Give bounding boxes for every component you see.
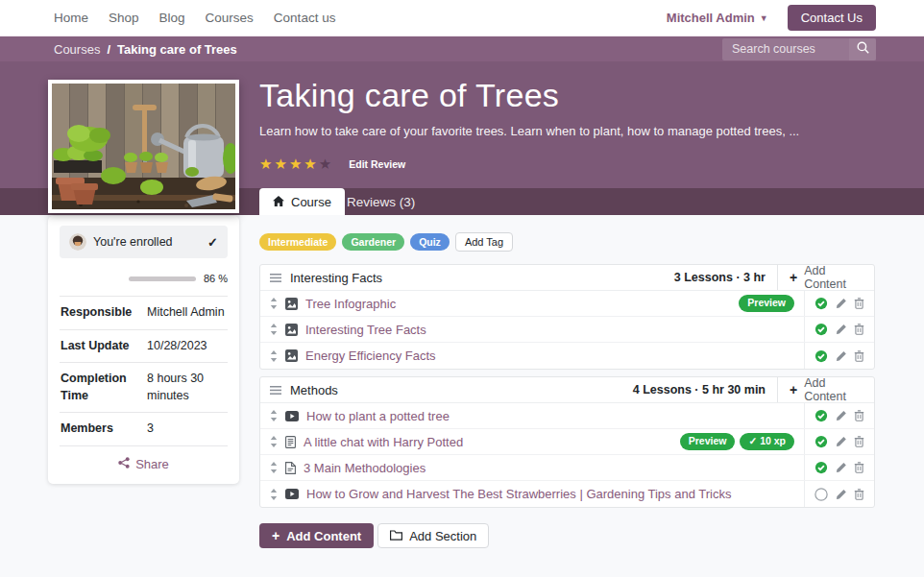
share-button[interactable]: Share xyxy=(60,445,228,484)
completed-icon[interactable] xyxy=(815,409,828,422)
delete-icon[interactable] xyxy=(854,489,864,500)
content-row: How to plant a potted tree xyxy=(260,403,874,429)
user-menu-dropdown[interactable]: Mitchell Admin ▼ xyxy=(667,11,768,25)
breadcrumb-bar: Courses / Taking care of Trees xyxy=(0,36,924,61)
course-info-card: You're enrolled ✓ 86 % Responsible Mitch… xyxy=(48,216,239,484)
delete-icon[interactable] xyxy=(854,324,864,335)
nav-item-contact-us[interactable]: Contact us xyxy=(274,11,336,25)
share-label: Share xyxy=(135,457,169,471)
edit-icon[interactable] xyxy=(836,489,847,500)
completed-icon[interactable] xyxy=(815,297,828,310)
lesson-link[interactable]: Tree Infographic xyxy=(305,297,396,311)
add-content-button[interactable]: + Add Content xyxy=(777,377,874,402)
edit-icon[interactable] xyxy=(836,462,847,473)
video-icon xyxy=(285,489,299,499)
add-tag-button[interactable]: Add Tag xyxy=(455,232,513,252)
edit-review-link[interactable]: Edit Review xyxy=(349,158,405,170)
search-input[interactable] xyxy=(722,42,849,56)
star-icon[interactable]: ★ xyxy=(304,156,316,171)
add-section-label: Add Section xyxy=(409,529,476,543)
detail-label: Responsible xyxy=(61,304,147,322)
edit-icon[interactable] xyxy=(836,410,847,421)
star-icon[interactable]: ★ xyxy=(274,156,286,171)
star-icon[interactable]: ★ xyxy=(319,156,331,171)
breadcrumb-courses-link[interactable]: Courses xyxy=(54,42,100,57)
drag-handle-icon[interactable] xyxy=(260,274,290,282)
drag-handle-icon[interactable] xyxy=(260,489,285,500)
drag-handle-icon[interactable] xyxy=(260,386,290,395)
add-content-primary-button[interactable]: + Add Content xyxy=(259,523,374,548)
completed-icon[interactable] xyxy=(815,461,828,474)
plus-icon: + xyxy=(790,383,797,397)
lesson-link[interactable]: How to plant a potted tree xyxy=(306,409,450,423)
edit-icon[interactable] xyxy=(836,298,847,309)
course-content: Interesting Facts 3 Lessons · 3 hr + Add… xyxy=(259,264,875,515)
delete-icon[interactable] xyxy=(854,298,864,309)
tab-course[interactable]: Course xyxy=(259,188,345,215)
breadcrumb-current: Taking care of Trees xyxy=(117,42,237,57)
drag-handle-icon[interactable] xyxy=(260,324,285,335)
edit-icon[interactable] xyxy=(836,436,847,447)
detail-value: 8 hours 30 minutes xyxy=(147,371,227,404)
lesson-link[interactable]: Interesting Tree Facts xyxy=(305,323,426,337)
add-section-button[interactable]: Add Section xyxy=(377,523,489,548)
course-tag[interactable]: Gardener xyxy=(342,233,404,251)
avatar xyxy=(69,233,86,251)
row-actions xyxy=(804,403,874,428)
add-content-label: Add Content xyxy=(804,376,863,403)
section-header: Methods 4 Lessons · 5 hr 30 min + Add Co… xyxy=(260,377,874,403)
row-actions xyxy=(804,291,874,316)
image-icon xyxy=(285,298,298,310)
tab-reviews[interactable]: Reviews (3) xyxy=(347,188,415,215)
search-button[interactable] xyxy=(849,38,876,60)
page-title: Taking care of Trees xyxy=(259,77,559,114)
delete-icon[interactable] xyxy=(854,436,864,447)
lesson-link[interactable]: Energy Efficiency Facts xyxy=(305,349,436,363)
delete-icon[interactable] xyxy=(854,462,864,473)
edit-icon[interactable] xyxy=(836,350,847,362)
drag-handle-icon[interactable] xyxy=(260,462,285,473)
row-right: Preview xyxy=(739,291,874,316)
nav-item-blog[interactable]: Blog xyxy=(159,11,185,25)
row-actions xyxy=(804,317,874,342)
plus-icon: + xyxy=(272,529,280,542)
delete-icon[interactable] xyxy=(854,350,864,362)
add-content-button[interactable]: + Add Content xyxy=(777,265,874,290)
edit-icon[interactable] xyxy=(836,324,847,335)
drag-handle-icon[interactable] xyxy=(260,410,285,421)
course-tag[interactable]: Intermediate xyxy=(259,233,336,251)
nav-item-home[interactable]: Home xyxy=(54,11,88,25)
search-box xyxy=(722,38,876,60)
completed-icon[interactable] xyxy=(815,435,828,448)
row-actions xyxy=(804,481,874,507)
completed-icon[interactable] xyxy=(815,349,828,363)
drag-handle-icon[interactable] xyxy=(260,436,285,447)
row-badges: Preview xyxy=(739,295,804,312)
lesson-link[interactable]: 3 Main Methodologies xyxy=(304,461,426,475)
detail-value: 10/28/2023 xyxy=(147,338,227,355)
row-right xyxy=(804,403,874,428)
row-actions xyxy=(804,343,874,369)
nav-item-shop[interactable]: Shop xyxy=(109,11,139,25)
nav-item-courses[interactable]: Courses xyxy=(206,11,254,25)
detail-label: Last Update xyxy=(61,338,147,355)
user-name: Mitchell Admin xyxy=(667,11,755,25)
content-row: Tree Infographic Preview xyxy=(260,291,874,317)
star-icon[interactable]: ★ xyxy=(259,156,272,171)
lesson-link[interactable]: A little chat with Harry Potted xyxy=(304,435,463,449)
drag-handle-icon[interactable] xyxy=(260,350,285,362)
star-icon[interactable]: ★ xyxy=(289,156,302,171)
completed-icon[interactable] xyxy=(815,488,828,501)
row-right xyxy=(804,455,874,480)
delete-icon[interactable] xyxy=(854,410,864,421)
drag-handle-icon[interactable] xyxy=(260,298,285,309)
lesson-link[interactable]: How to Grow and Harvest The Best Strawbe… xyxy=(306,487,731,501)
detail-row-responsible: Responsible Mitchell Admin xyxy=(60,296,228,329)
tab-course-label: Course xyxy=(291,195,331,209)
content-row: Energy Efficiency Facts xyxy=(260,343,874,369)
completed-icon[interactable] xyxy=(815,323,828,336)
course-tag[interactable]: Quiz xyxy=(410,233,450,251)
row-right xyxy=(804,343,874,369)
contact-us-button[interactable]: Contact Us xyxy=(788,5,876,31)
image-icon xyxy=(285,324,298,336)
